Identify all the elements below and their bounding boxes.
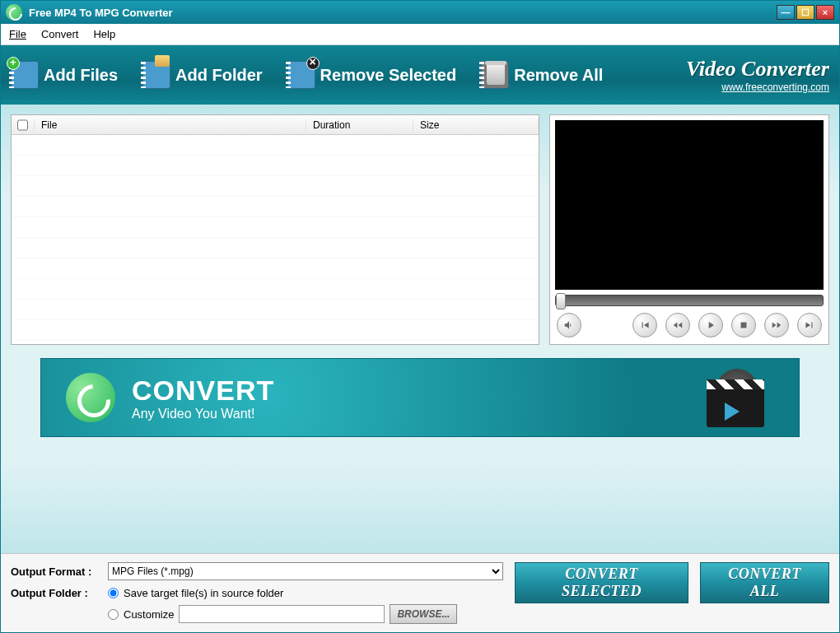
- radio-save-source-label: Save target file(s) in source folder: [124, 587, 283, 599]
- add-files-label: Add Files: [44, 66, 118, 85]
- banner-line1: CONVERT: [132, 375, 274, 407]
- file-list: File Duration Size: [11, 114, 539, 345]
- play-button[interactable]: [698, 313, 723, 337]
- preview-panel: [549, 114, 829, 345]
- browse-button[interactable]: BROWSE...: [390, 604, 457, 624]
- col-duration[interactable]: Duration: [306, 119, 413, 131]
- titlebar: Free MP4 To MPG Converter — ☐ ×: [1, 1, 839, 24]
- add-folder-label: Add Folder: [175, 66, 263, 85]
- remove-selected-label: Remove Selected: [320, 66, 457, 85]
- brand-title: Video Converter: [686, 57, 829, 81]
- toolbar: Add Files Add Folder Remove Selected Rem…: [1, 45, 839, 105]
- add-files-button[interactable]: Add Files: [11, 61, 118, 89]
- app-window: Free MP4 To MPG Converter — ☐ × File Con…: [0, 0, 840, 633]
- output-settings: Output Format : MPG Files (*.mpg) Output…: [11, 562, 503, 624]
- minimize-button[interactable]: —: [777, 5, 795, 20]
- output-format-select[interactable]: MPG Files (*.mpg): [108, 562, 503, 580]
- radio-save-source[interactable]: Save target file(s) in source folder: [108, 587, 457, 599]
- rewind-button[interactable]: [665, 313, 690, 337]
- output-format-label: Output Format :: [11, 566, 101, 578]
- output-format-row: Output Format : MPG Files (*.mpg): [11, 562, 503, 580]
- stop-button[interactable]: [731, 313, 756, 337]
- menu-convert[interactable]: Convert: [41, 28, 79, 40]
- seek-bar[interactable]: [555, 295, 824, 306]
- menubar: File Convert Help: [1, 24, 839, 45]
- col-size[interactable]: Size: [413, 119, 539, 131]
- remove-selected-button[interactable]: Remove Selected: [287, 61, 457, 89]
- output-folder-radio-group: Save target file(s) in source folder Cus…: [108, 587, 457, 624]
- next-button[interactable]: [797, 313, 822, 337]
- brand-link[interactable]: www.freeconverting.com: [721, 81, 829, 93]
- output-folder-row: Output Folder : Save target file(s) in s…: [11, 587, 503, 624]
- bottom-bar: Output Format : MPG Files (*.mpg) Output…: [1, 553, 839, 632]
- convert-all-button[interactable]: CONVERT ALL: [700, 562, 829, 603]
- close-button[interactable]: ×: [816, 5, 834, 20]
- brand-block: Video Converter www.freeconverting.com: [686, 57, 829, 93]
- file-list-header: File Duration Size: [12, 115, 539, 135]
- convert-banner-icon: [66, 373, 115, 422]
- add-folder-icon: [142, 61, 170, 89]
- maximize-button[interactable]: ☐: [796, 5, 814, 20]
- convert-banner-text: CONVERT Any Video You Want!: [132, 375, 274, 421]
- remove-all-label: Remove All: [514, 66, 603, 85]
- remove-all-icon: [481, 61, 509, 89]
- file-list-body: [12, 135, 539, 344]
- menu-help[interactable]: Help: [93, 28, 115, 40]
- player-controls: [555, 311, 824, 339]
- menu-file[interactable]: File: [9, 28, 26, 40]
- select-all-cell: [12, 119, 35, 131]
- radio-customize-label: Customize: [124, 608, 174, 621]
- convert-selected-button[interactable]: CONVERT SELECTED: [515, 562, 688, 603]
- banner-art: [700, 365, 774, 431]
- add-file-icon: [11, 61, 39, 89]
- video-preview: [555, 120, 824, 290]
- radio-save-source-input[interactable]: [108, 588, 119, 598]
- app-icon: [6, 4, 22, 21]
- banner-line2: Any Video You Want!: [132, 407, 274, 421]
- main-row: File Duration Size: [11, 114, 829, 345]
- seek-thumb[interactable]: [556, 293, 566, 310]
- prev-button[interactable]: [632, 313, 657, 337]
- add-folder-button[interactable]: Add Folder: [142, 61, 263, 89]
- custom-path-input[interactable]: [179, 605, 385, 623]
- col-file[interactable]: File: [35, 119, 306, 131]
- select-all-checkbox[interactable]: [17, 119, 28, 131]
- output-folder-label: Output Folder :: [11, 587, 101, 599]
- remove-selected-icon: [287, 61, 315, 89]
- remove-all-button[interactable]: Remove All: [481, 61, 603, 89]
- fastforward-button[interactable]: [764, 313, 789, 337]
- radio-customize-input[interactable]: [108, 609, 119, 620]
- content-area: File Duration Size: [1, 105, 839, 553]
- radio-customize[interactable]: Customize: [108, 608, 174, 621]
- window-title: Free MP4 To MPG Converter: [29, 7, 173, 19]
- volume-button[interactable]: [557, 313, 581, 337]
- convert-banner[interactable]: CONVERT Any Video You Want!: [40, 358, 800, 437]
